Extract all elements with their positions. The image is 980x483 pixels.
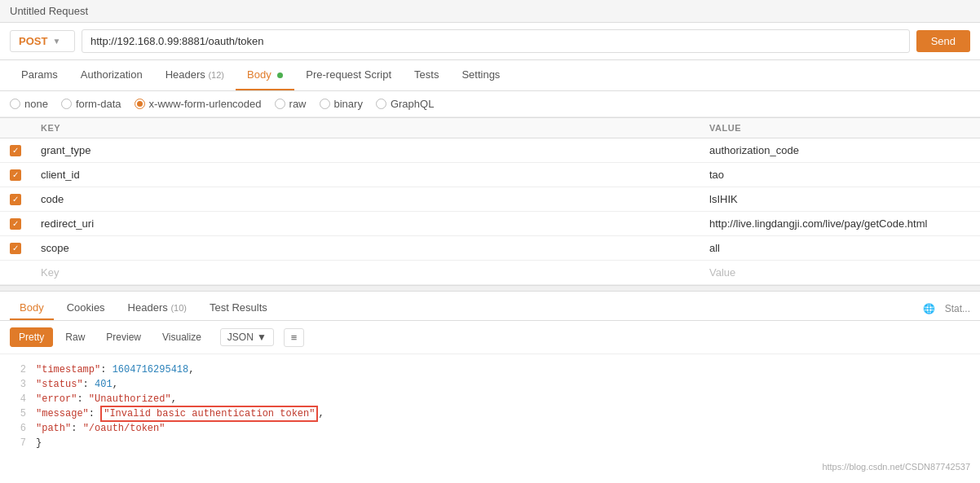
radio-none-icon — [10, 99, 20, 109]
radio-graphql[interactable]: GraphQL — [376, 98, 434, 110]
method-arrow-icon: ▼ — [52, 37, 60, 46]
params-table: KEY VALUE grant_typeauthorization_codecl… — [0, 117, 980, 285]
radio-none[interactable]: none — [10, 98, 48, 110]
row-checkbox[interactable] — [10, 169, 21, 181]
row-key: code — [31, 187, 700, 212]
radio-raw[interactable]: raw — [275, 98, 307, 110]
radio-formdata[interactable]: form-data — [61, 98, 121, 110]
response-tab-body[interactable]: Body — [10, 296, 54, 320]
method-select[interactable]: POST ▼ — [10, 30, 75, 52]
format-preview-btn[interactable]: Preview — [97, 327, 150, 347]
row-value: all — [700, 236, 980, 261]
format-tabs: Pretty Raw Preview Visualize JSON ▼ ≡ — [0, 321, 980, 354]
code-line-4: 5 "message": "Invalid basic authenticati… — [10, 406, 970, 421]
row-checkbox[interactable] — [10, 145, 21, 156]
row-checkbox[interactable] — [10, 194, 21, 205]
tab-authorization[interactable]: Authorization — [69, 60, 154, 90]
row-value: tao — [700, 163, 980, 187]
table-row: grant_typeauthorization_code — [0, 138, 980, 163]
url-input[interactable] — [82, 29, 910, 53]
tab-headers[interactable]: Headers (12) — [154, 60, 236, 90]
response-tab-test-results[interactable]: Test Results — [200, 296, 277, 320]
radio-binary[interactable]: binary — [320, 98, 363, 110]
globe-icon: 🌐 — [923, 303, 935, 314]
table-row: codelsIHIK — [0, 187, 980, 212]
highlight-message: "Invalid basic authentication token" — [100, 406, 318, 422]
format-pretty-btn[interactable]: Pretty — [10, 327, 53, 347]
code-line-5: 6 "path": "/oauth/token" — [10, 421, 970, 436]
body-dot-icon — [277, 72, 283, 78]
format-visualize-btn[interactable]: Visualize — [153, 327, 210, 347]
radio-binary-icon — [320, 99, 330, 109]
code-line-2: 3 "status": 401, — [10, 377, 970, 392]
headers-badge: (12) — [208, 70, 224, 80]
code-area: 2 "timestamp": 1604716295418, 3 "status"… — [0, 354, 980, 459]
title-bar: Untitled Request — [0, 0, 980, 23]
row-value: http://live.lingdangji.com/live/pay/getC… — [700, 212, 980, 236]
row-checkbox[interactable] — [10, 218, 21, 230]
row-checkbox[interactable] — [10, 243, 21, 254]
url-bar: POST ▼ Send — [0, 23, 980, 60]
tab-prerequest[interactable]: Pre-request Script — [294, 60, 403, 90]
row-value: lsIHIK — [700, 187, 980, 212]
code-line-6: 7 } — [10, 436, 970, 450]
format-select[interactable]: JSON ▼ — [220, 328, 274, 346]
row-key: Key — [31, 261, 700, 285]
response-status: 🌐 Stat... — [923, 303, 970, 314]
format-raw-btn[interactable]: Raw — [56, 327, 94, 347]
beautify-button[interactable]: ≡ — [284, 328, 305, 347]
code-line-1: 2 "timestamp": 1604716295418, — [10, 362, 970, 377]
tab-body[interactable]: Body — [236, 60, 294, 90]
row-key: client_id — [31, 163, 700, 187]
row-value: Value — [700, 261, 980, 285]
response-headers-badge: (10) — [170, 303, 187, 313]
radio-raw-icon — [275, 99, 285, 109]
format-select-label: JSON — [227, 332, 254, 343]
send-button[interactable]: Send — [916, 30, 970, 52]
response-tab-cookies[interactable]: Cookies — [57, 296, 115, 320]
tab-tests[interactable]: Tests — [403, 60, 450, 90]
radio-formdata-icon — [61, 99, 72, 109]
radio-urlencoded-icon — [135, 99, 145, 109]
row-value: authorization_code — [700, 138, 980, 163]
request-tabs: Params Authorization Headers (12) Body P… — [0, 60, 980, 91]
response-tabs: Body Cookies Headers (10) Test Results 🌐… — [0, 292, 980, 321]
radio-graphql-icon — [376, 99, 386, 109]
body-options: none form-data x-www-form-urlencoded raw… — [0, 91, 980, 117]
table-row: redirect_urihttp://live.lingdangji.com/l… — [0, 212, 980, 236]
method-label: POST — [19, 35, 47, 47]
table-row: client_idtao — [0, 163, 980, 187]
tab-settings[interactable]: Settings — [450, 60, 511, 90]
window-title: Untitled Request — [10, 5, 88, 17]
row-key: grant_type — [31, 138, 700, 163]
row-key: scope — [31, 236, 700, 261]
row-key: redirect_uri — [31, 212, 700, 236]
response-tab-headers[interactable]: Headers (10) — [118, 296, 196, 320]
format-arrow-icon: ▼ — [257, 332, 267, 343]
watermark: https://blog.csdn.net/CSDN87742537 — [0, 459, 980, 475]
section-divider — [0, 285, 980, 292]
table-row: scopeall — [0, 236, 980, 261]
tab-params[interactable]: Params — [10, 60, 69, 90]
radio-urlencoded[interactable]: x-www-form-urlencoded — [135, 98, 262, 110]
status-text: Stat... — [945, 303, 970, 314]
table-row: KeyValue — [0, 261, 980, 285]
value-header: VALUE — [700, 118, 980, 138]
code-line-3: 4 "error": "Unauthorized", — [10, 392, 970, 406]
key-header: KEY — [31, 118, 700, 138]
